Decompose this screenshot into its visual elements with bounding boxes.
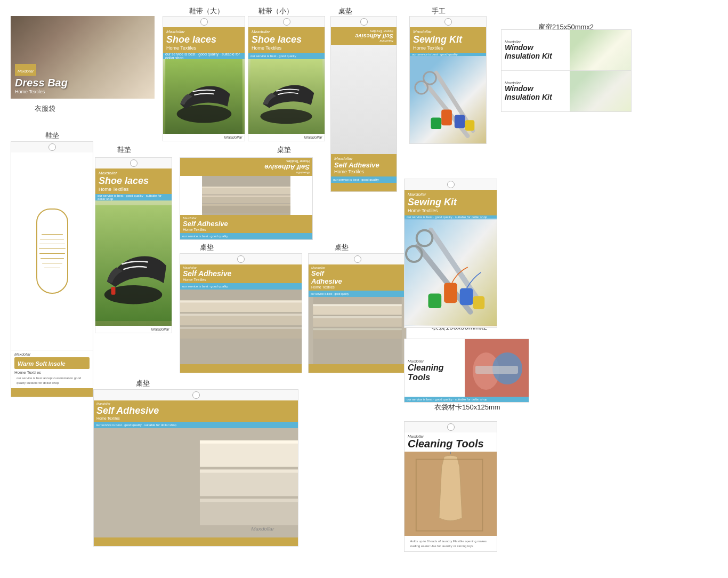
maxdollar-brand: Maxdollar xyxy=(163,134,245,141)
card-top-hole xyxy=(95,158,172,168)
brand-label: Maxdollar xyxy=(166,29,241,34)
stair-lg-header-bottom: Maxdollar Self Adhesive Home Textiles xyxy=(180,215,312,233)
svg-rect-11 xyxy=(465,120,475,131)
page-container: { "categories": { "yifu_dai": "衣服袋", "xi… xyxy=(0,0,728,578)
svg-rect-49 xyxy=(444,283,457,303)
card-top-hole xyxy=(331,17,397,27)
dress-bag-subtitle: Home Textiles xyxy=(15,89,150,94)
hole-punch xyxy=(200,18,208,26)
sewing-image xyxy=(410,56,486,144)
stair-med1-header: Maxdollar Self Adhesive Home Textiles xyxy=(180,264,302,283)
self-adhesive-stair-med2-card: Maxdollar Self Adhesive Home Textiles ou… xyxy=(308,253,407,373)
cat-label-xiedai-da: 鞋带（大） xyxy=(189,6,224,16)
svg-rect-19 xyxy=(202,187,290,188)
cleaning-tall-details: Holds up to 3 loads of laundry Flexible … xyxy=(405,536,497,551)
sewing-kit-small-card: Maxdollar Sewing Kit Home Textiles our s… xyxy=(409,16,487,144)
subtitle: Home Textiles xyxy=(166,45,241,51)
blue-stripe: our service is best · good quality · sui… xyxy=(95,194,172,200)
insole-lines xyxy=(39,234,66,268)
gold-bar xyxy=(331,183,397,191)
insole-details: our service is best accept customization… xyxy=(14,375,90,386)
card-top-hole xyxy=(94,390,298,400)
gold-bar-bottom xyxy=(94,537,298,546)
sewing-kit-sm-header: Maxdollar Sewing Kit Home Textiles xyxy=(410,27,486,53)
cat-label-zhuozhao-2: 桌垫 xyxy=(277,145,291,155)
gold-bar-bottom xyxy=(309,364,406,373)
shoe-laces-lg-header: Maxdollar Shoe laces Home Textiles xyxy=(163,27,245,53)
insole-oval xyxy=(36,208,68,294)
insole-title-bg: Warm Soft Insole xyxy=(14,357,90,369)
blue-stripe-bottom: our service is best · good quality xyxy=(331,176,397,183)
svg-rect-8 xyxy=(441,110,452,126)
hole-punch xyxy=(192,391,200,399)
window-kit-image xyxy=(570,30,632,70)
stair-sm-img: Maxdollar xyxy=(94,428,298,537)
maxdollar-brand: Maxdollar xyxy=(405,326,497,328)
svg-rect-39 xyxy=(200,499,298,525)
svg-rect-21 xyxy=(202,204,290,206)
self-adhesive-stair-sm-card: Maxdollar Self Adhesive Home Textiles ou… xyxy=(93,389,298,547)
sewing-image-lg xyxy=(405,219,497,326)
insole-shape xyxy=(11,152,93,350)
cleaning-image xyxy=(465,339,529,402)
upside-down-header: Maxdollar Self Adhesive Home Textiles xyxy=(331,27,397,45)
cleaning-tools-horiz-card: Maxdollar Cleaning Tools our service is … xyxy=(404,339,529,403)
gold-bar-bottom xyxy=(11,388,93,397)
insole-line xyxy=(41,258,64,259)
hole-punch xyxy=(237,255,245,263)
hole-punch xyxy=(354,255,361,263)
insole-line xyxy=(39,244,65,244)
shoe-laces-large-card: Maxdollar Shoe laces Home Textiles our s… xyxy=(163,16,245,141)
svg-point-3 xyxy=(261,109,312,124)
stair-med2-img xyxy=(309,297,406,364)
insole-line xyxy=(39,248,66,249)
hole-punch xyxy=(48,143,56,151)
product-name: Shoe laces xyxy=(252,34,321,45)
self-adhesive-stair-lg-card: Maxdollar Self Adhesive Home Textiles Ma… xyxy=(180,157,313,240)
insole-brand: Maxdollar xyxy=(14,352,90,356)
window-kit-image-2 xyxy=(570,71,632,111)
cleaning-tools-left: Maxdollar Cleaning Tools xyxy=(405,339,465,402)
insole-line xyxy=(39,253,65,254)
brand-label: Maxdollar xyxy=(252,29,321,34)
cat-label-xiedian-2: 鞋垫 xyxy=(117,145,131,155)
card-top-hole xyxy=(405,179,497,190)
maxdollar-brand: Maxdollar xyxy=(248,134,325,141)
svg-rect-50 xyxy=(460,288,473,306)
svg-rect-20 xyxy=(202,196,290,197)
insole-line xyxy=(44,268,60,268)
svg-rect-41 xyxy=(200,470,298,473)
cat-label-zhuozhao-3: 桌垫 xyxy=(200,243,214,252)
window-kit-card: Maxdollar Window Insulation Kit Maxdolla… xyxy=(501,29,632,112)
blue-stripe: our service is best · good quality xyxy=(248,53,325,59)
hole-punch xyxy=(447,423,455,431)
sewing-kit-lg-header: Maxdollar Sewing Kit Home Textiles xyxy=(405,190,497,215)
svg-rect-26 xyxy=(180,300,302,302)
cleaning-tall-img xyxy=(405,452,497,536)
hole-punch xyxy=(444,18,452,26)
shoe-laces-small-card: Maxdollar Shoe laces Home Textiles our s… xyxy=(248,16,325,141)
card-top-hole xyxy=(248,17,325,27)
hole-punch xyxy=(130,159,137,167)
stair-sm-header: Maxdollar Self Adhesive Home Textiles xyxy=(94,400,298,422)
self-adhesive-tall-card: Maxdollar Self Adhesive Home Textiles Ma… xyxy=(330,16,397,192)
svg-rect-10 xyxy=(431,117,441,129)
insole-line xyxy=(40,239,64,239)
product-name: Shoe laces xyxy=(166,34,241,45)
stair-lg-upside-header: Maxdollar Self Adhesive Home Textiles xyxy=(180,158,312,176)
insole-subtitle: Home Textiles xyxy=(14,370,90,375)
window-kit-bottom-left: Maxdollar Window Insulation Kit xyxy=(501,71,570,111)
sewing-kit-large-card: Maxdollar Sewing Kit Home Textiles our s… xyxy=(404,179,497,328)
shoe-laces-sm-header: Maxdollar Shoe laces Home Textiles xyxy=(248,27,325,53)
gold-bar-bottom xyxy=(180,364,302,373)
svg-rect-40 xyxy=(200,440,298,444)
shoe-laces-med-card: Maxdollar Shoe laces Home Textiles our s… xyxy=(95,157,172,333)
cat-label-xiedian-1: 鞋垫 xyxy=(45,131,59,140)
card-top-hole xyxy=(410,17,486,27)
subtitle: Home Textiles xyxy=(252,45,321,51)
card-top-hole xyxy=(405,422,497,432)
cat-label-zhuozhao-1: 桌垫 xyxy=(338,6,352,16)
dress-bag-title: Dress Bag xyxy=(15,77,150,89)
insole-line xyxy=(42,234,63,235)
insole-title: Warm Soft Insole xyxy=(18,360,66,367)
